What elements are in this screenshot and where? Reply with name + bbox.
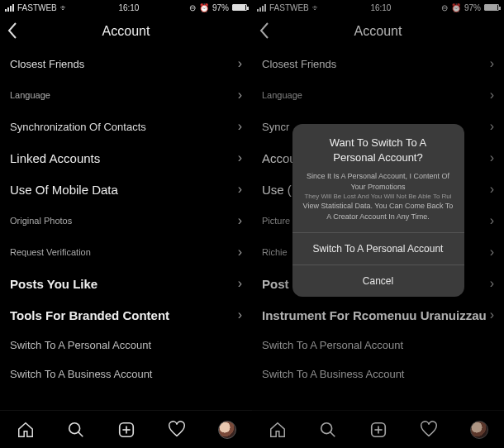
home-icon[interactable]	[15, 419, 36, 441]
chevron-right-icon: ›	[238, 88, 242, 102]
svg-point-0	[69, 422, 79, 433]
tab-bar	[0, 410, 252, 448]
row-label: Posts You Like	[10, 277, 97, 291]
rotation-lock-icon: ⊖	[189, 3, 196, 12]
chevron-right-icon: ›	[238, 245, 242, 260]
row-linked-accounts[interactable]: Linked Accounts›	[0, 142, 252, 174]
profile-tab[interactable]	[216, 419, 238, 441]
svg-line-1	[78, 431, 83, 436]
row-label: Language	[10, 90, 50, 100]
modal-sub-line: They Will Be Lost And You Will Not Be Ab…	[301, 192, 456, 201]
settings-list: Closest Friends› Language› Synchronizati…	[0, 48, 252, 410]
modal-title-line2: Personal Account?	[301, 150, 456, 165]
row-request-verification[interactable]: Request Verification›	[0, 236, 252, 268]
row-sync-contacts[interactable]: Synchronization Of Contacts›	[0, 111, 252, 142]
carrier-label: FASTWEB	[17, 3, 57, 12]
row-original-photos[interactable]: Original Photos›	[0, 205, 252, 236]
phone-left: FASTWEB ᯤ 16:10 ⊖ ⏰ 97% Account Closest …	[0, 0, 252, 448]
modal-title-line1: Want To Switch To A	[301, 136, 456, 150]
time-label: 16:10	[118, 3, 139, 12]
back-button[interactable]	[7, 21, 18, 40]
battery-label: 97%	[212, 3, 229, 12]
row-label: Use Of Mobile Data	[10, 183, 118, 197]
row-label: Tools For Branded Content	[10, 308, 169, 322]
modal-sub-line: View Statistical Data. You Can Come Back…	[301, 201, 456, 222]
chevron-right-icon: ›	[238, 182, 242, 197]
wifi-icon: ᯤ	[60, 3, 69, 12]
battery-icon	[232, 4, 247, 11]
row-language[interactable]: Language›	[0, 79, 252, 111]
chevron-right-icon: ›	[238, 307, 242, 322]
status-bar: FASTWEB ᯤ 16:10 ⊖ ⏰ 97%	[0, 0, 252, 15]
chevron-right-icon: ›	[238, 150, 242, 165]
heart-icon[interactable]	[166, 419, 188, 441]
row-branded-content[interactable]: Tools For Branded Content›	[0, 299, 252, 331]
row-label: Closest Friends	[10, 58, 84, 70]
chevron-right-icon: ›	[238, 56, 242, 71]
modal-title: Want To Switch To A Personal Account?	[292, 124, 464, 171]
switch-account-modal: Want To Switch To A Personal Account? Si…	[292, 124, 464, 297]
add-post-icon[interactable]	[116, 419, 137, 441]
header: Account	[0, 15, 252, 48]
signal-icon	[5, 4, 14, 12]
row-posts-you-like[interactable]: Posts You Like›	[0, 268, 252, 299]
modal-subtitle: Since It Is A Personal Account, I Conten…	[292, 171, 464, 232]
modal-confirm-button[interactable]: Switch To A Personal Account	[292, 232, 464, 265]
link-switch-business[interactable]: Switch To A Business Account	[0, 360, 252, 388]
link-switch-personal[interactable]: Switch To A Personal Account	[0, 331, 252, 360]
chevron-right-icon: ›	[238, 213, 242, 228]
modal-cancel-button[interactable]: Cancel	[292, 265, 464, 297]
page-title: Account	[0, 24, 252, 39]
row-label: Synchronization Of Contacts	[10, 121, 146, 133]
row-label: Request Verification	[10, 247, 91, 257]
row-label: Original Photos	[10, 216, 72, 226]
chevron-right-icon: ›	[238, 119, 242, 134]
search-icon[interactable]	[65, 419, 87, 441]
phone-right: FASTWEB ᯤ 16:10 ⊖ ⏰ 97% Account Closest …	[252, 0, 504, 448]
chevron-right-icon: ›	[238, 276, 242, 291]
avatar	[218, 421, 236, 439]
row-closest-friends[interactable]: Closest Friends›	[0, 48, 252, 79]
row-mobile-data[interactable]: Use Of Mobile Data›	[0, 174, 252, 205]
row-label: Linked Accounts	[10, 151, 100, 165]
alarm-icon: ⏰	[199, 3, 209, 12]
modal-sub-line: Since It Is A Personal Account, I Conten…	[301, 171, 456, 192]
